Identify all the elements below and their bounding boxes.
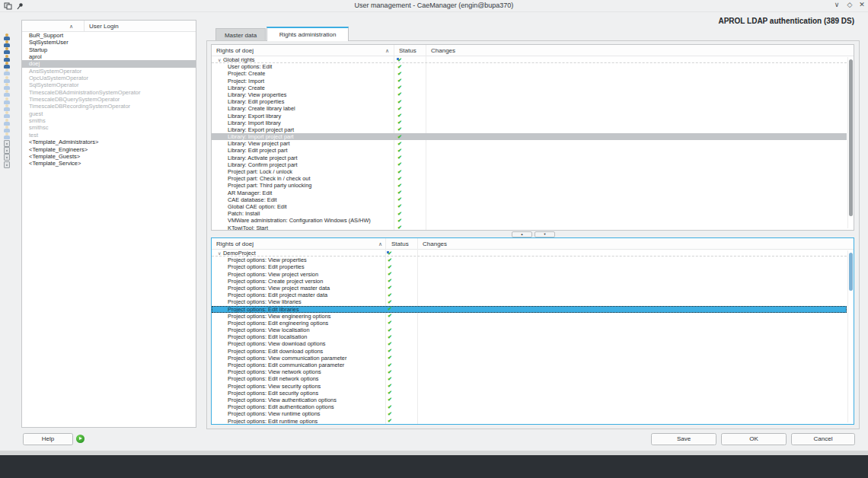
tree-row[interactable]: Library: Export library✔ [212,113,847,120]
user-list-header[interactable]: ∧ User Login [22,21,196,32]
tree-row[interactable]: Library: Import project part✔ [212,133,847,140]
tree-row[interactable]: Project options: Edit network options✔ [212,375,847,382]
user-list-item[interactable]: smithsc [22,124,196,131]
tree-row[interactable]: Patch: Install✔ [212,210,847,217]
tree-row[interactable]: VMWare administration: Configuration Win… [212,217,847,224]
tree-row[interactable]: AR Manager: Edit✔ [212,190,847,196]
user-list-item[interactable]: SqlSystemOperator [22,81,196,88]
user-list-item[interactable]: SqlSystemUser [22,39,196,46]
tree-row[interactable]: Project options: View communication para… [212,355,847,362]
save-button[interactable]: Save [651,433,716,445]
tree-row[interactable]: Library: Create library label✔ [212,105,847,112]
tree-row-name: Library: View properties [212,91,847,98]
vertical-scrollbar[interactable] [847,250,853,422]
splitter-collapse-up-button[interactable]: ▲ [512,231,532,237]
tree-row[interactable]: Library: Export project part✔ [212,126,847,133]
user-list-item[interactable]: <Template_Guests> [22,153,196,160]
close-button[interactable]: ✕ [857,1,867,8]
user-list-item[interactable]: guest [22,110,196,117]
tree-row[interactable]: Project options: View security options✔ [212,383,847,390]
tree-row[interactable]: User options: Edit✔ [212,63,847,70]
cancel-button[interactable]: Cancel [791,433,855,445]
tree-row[interactable]: Project options: View engineering option… [212,313,847,320]
tree-row[interactable]: Project part: Lock / unlock✔ [212,168,847,175]
scrollbar-thumb[interactable] [849,253,853,291]
ok-button[interactable]: OK [721,433,787,445]
tree-row[interactable]: Project options: View project version✔ [212,271,847,278]
tree-row[interactable]: Library: Activate project part✔ [212,155,847,161]
tree-row[interactable]: Project: Import✔ [212,78,847,84]
user-list-item[interactable]: <Template_Service> [22,160,196,167]
user-list-item[interactable]: OpcUaSystemOperator [22,75,196,81]
user-list-item[interactable]: doej [22,60,196,67]
scrollbar-thumb[interactable] [849,59,853,216]
tree-row[interactable]: Project options: Edit runtime options✔ [212,418,847,425]
tree-row[interactable]: Library: Edit properties✔ [212,98,847,105]
user-list-item[interactable]: TimescaleDBQuerySystemOperator [22,96,196,103]
tree-row[interactable]: Library: Create✔ [212,84,847,91]
tree-row[interactable]: Project options: View download options✔ [212,340,847,347]
user-list-item[interactable]: AnslSystemOperator [22,68,196,75]
tree-row[interactable]: Project options: View localisation✔ [212,327,847,333]
tree-row[interactable]: Project options: Edit project master dat… [212,292,847,298]
tree-row[interactable]: Project options: View project master dat… [212,285,847,292]
status-check-icon: ✔ [388,333,392,340]
tree-row-name: Project options: Edit security options [212,390,847,397]
splitter-collapse-down-button[interactable]: ▼ [535,231,555,237]
tab-master-data[interactable]: Master data [215,28,266,41]
help-button[interactable]: Help [23,433,73,445]
minimize-button[interactable]: ∨ [831,1,842,8]
tree-row[interactable]: KTowiTool: Start✔ [212,225,847,231]
tree-row[interactable]: Global CAE option: Edit✔ [212,203,847,210]
tab-rights-administration[interactable]: Rights administration [266,27,349,41]
changes-column-header[interactable]: Changes [423,238,447,250]
tree-row[interactable]: Library: Confirm project part✔ [212,161,847,168]
maximize-button[interactable]: ◇ [844,1,855,8]
tree-row[interactable]: Project: Create✔ [212,70,847,77]
tree-row[interactable]: Project options: Create project version✔ [212,278,847,285]
tree-row-name: Project options: View localisation [212,327,847,333]
user-list-item[interactable]: BuR_Support [22,32,196,39]
tree-row[interactable]: Library: View project part✔ [212,140,847,147]
user-list-item[interactable]: Startup [22,46,196,53]
user-list-item[interactable]: TimescaleDBRecordingSystemOperator [22,103,196,110]
tree-row[interactable]: Project part: Third party unlocking✔ [212,182,847,189]
tree-root-row[interactable]: ∨DemoProject✔ [212,250,847,257]
tree-row[interactable]: Project options: View runtime options✔ [212,410,847,417]
tree-row[interactable]: Library: Edit project part✔ [212,147,847,154]
status-column-header[interactable]: Status [399,45,416,56]
tree-row[interactable]: Project options: Edit security options✔ [212,390,847,397]
tree-row[interactable]: Project options: View libraries✔ [212,298,847,305]
tree-row[interactable]: Project options: View properties✔ [212,257,847,263]
sort-ascending-icon[interactable]: ∧ [22,21,85,31]
tree-root-row[interactable]: ∨Global rights✔ [212,56,847,63]
changes-column-header[interactable]: Changes [431,45,455,56]
user-list-item[interactable]: TimescaleDBAdministrationSystemOperator [22,89,196,96]
rights-of-column-header[interactable]: Rights of doej [216,45,254,56]
tree-row[interactable]: Project options: View authentication opt… [212,397,847,403]
tree-row[interactable]: Project options: Edit authentication opt… [212,403,847,410]
tree-row[interactable]: Project options: View network options✔ [212,368,847,375]
tree-row[interactable]: Project options: Edit engineering option… [212,320,847,327]
status-column-header[interactable]: Status [391,238,409,250]
tree-row[interactable]: CAE database: Edit✔ [212,196,847,203]
user-list-item[interactable]: <Template_Engineers> [22,146,196,153]
user-list-item[interactable]: <Template_Administrators> [22,139,196,145]
rights-of-column-header[interactable]: Rights of doej [216,238,254,250]
user-list-item[interactable]: test [22,132,196,139]
tree-row[interactable]: Project options: Edit localisation✔ [212,333,847,340]
whats-this-help-icon[interactable] [76,435,85,443]
tree-row[interactable]: Project options: Edit properties✔ [212,263,847,270]
tree-row[interactable]: Project options: Edit libraries✔ [212,306,847,313]
tree-row[interactable]: Project options: Edit communication para… [212,362,847,368]
sort-ascending-icon[interactable]: ∧ [378,238,382,250]
sort-ascending-icon[interactable]: ∧ [385,45,389,56]
user-list-item[interactable]: smiths [22,117,196,124]
user-login-column-header[interactable]: User Login [85,21,119,31]
tree-row[interactable]: Library: Import library✔ [212,120,847,126]
tree-row[interactable]: Project part: Check in / check out✔ [212,175,847,182]
tree-row[interactable]: Project options: Edit download options✔ [212,348,847,355]
user-list-item[interactable]: aprol [22,53,196,60]
tree-row[interactable]: Library: View properties✔ [212,91,847,98]
vertical-scrollbar[interactable] [847,57,853,228]
